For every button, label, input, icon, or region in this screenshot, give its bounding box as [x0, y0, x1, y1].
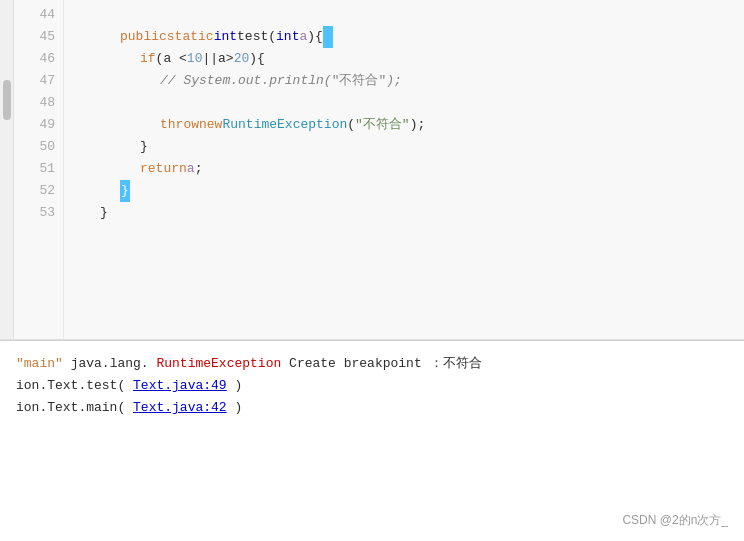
stack-line-3: ion.Text.main( Text.java:42 ) — [16, 397, 728, 419]
num-10: 10 — [187, 48, 203, 70]
line-num-50: 50 — [14, 136, 55, 158]
stack-trace-panel: "main" java.lang. RuntimeException Creat… — [0, 340, 744, 541]
line-num-52: 52 — [14, 180, 55, 202]
line-num-46: 46 — [14, 48, 55, 70]
keyword-public: public — [120, 26, 167, 48]
watermark: CSDN @2的n次方_ — [622, 512, 728, 529]
stack-text-1: java.lang. — [71, 356, 149, 371]
code-line-49: throw new RuntimeException ( "不符合" ); — [80, 114, 744, 136]
keyword-if: if — [140, 48, 156, 70]
stack-suffix-2: ) — [234, 378, 242, 393]
scrollbar-thumb[interactable] — [3, 80, 11, 120]
line-num-44: 44 — [14, 4, 55, 26]
exception-class: RuntimeException — [222, 114, 347, 136]
keyword-new: new — [199, 114, 222, 136]
stack-text-2: Create breakpoint ：不符合 — [289, 356, 481, 371]
exception-name: RuntimeException — [156, 356, 281, 371]
code-line-45: public static int test( int a ){ — [80, 26, 744, 48]
code-line-53: } — [80, 202, 744, 224]
line-num-51: 51 — [14, 158, 55, 180]
punc-exception-open: ( — [347, 114, 355, 136]
stack-line-1: "main" java.lang. RuntimeException Creat… — [16, 353, 728, 375]
line-num-47: 47 — [14, 70, 55, 92]
stack-link-3[interactable]: Text.java:42 — [133, 400, 227, 415]
punc-semicolon: ; — [195, 158, 203, 180]
code-line-52: } — [80, 180, 744, 202]
punc-if-open: (a < — [156, 48, 187, 70]
keyword-return: return — [140, 158, 187, 180]
keyword-throw: throw — [160, 114, 199, 136]
return-val: a — [187, 158, 195, 180]
comment-end: ); — [386, 70, 402, 92]
code-content: public static int test( int a ){ if (a <… — [64, 0, 744, 339]
punc-or: ||a> — [202, 48, 233, 70]
comment-line: // System.out.println( — [160, 70, 332, 92]
line-numbers: 44 45 46 47 48 49 50 51 52 53 — [14, 0, 64, 339]
keyword-int2: int — [276, 26, 299, 48]
punc-close-if: } — [140, 136, 148, 158]
line-num-45: 45 — [14, 26, 55, 48]
cursor-brace — [323, 26, 333, 48]
stack-prefix-3: ion.Text.main( — [16, 400, 125, 415]
keyword-int: int — [214, 26, 237, 48]
punc-brace-open: ){ — [307, 26, 323, 48]
stack-link-2[interactable]: Text.java:49 — [133, 378, 227, 393]
stack-suffix-3: ) — [234, 400, 242, 415]
code-line-50: } — [80, 136, 744, 158]
brace-highlighted: } — [120, 180, 130, 202]
code-line-44 — [80, 4, 744, 26]
scrollbar[interactable] — [0, 0, 14, 339]
punc-class-close: } — [100, 202, 108, 224]
line-num-48: 48 — [14, 92, 55, 114]
code-line-46: if (a < 10 ||a> 20 ){ — [80, 48, 744, 70]
punc-if-close: ){ — [249, 48, 265, 70]
stack-prefix-2: ion.Text.test( — [16, 378, 125, 393]
function-name: test( — [237, 26, 276, 48]
code-editor: 44 45 46 47 48 49 50 51 52 53 public sta… — [0, 0, 744, 340]
line-num-53: 53 — [14, 202, 55, 224]
code-line-51: return a ; — [80, 158, 744, 180]
thread-name: "main" — [16, 356, 63, 371]
line-num-49: 49 — [14, 114, 55, 136]
code-line-48 — [80, 92, 744, 114]
stack-line-2: ion.Text.test( Text.java:49 ) — [16, 375, 728, 397]
comment-str: "不符合" — [332, 70, 387, 92]
keyword-static: static — [167, 26, 214, 48]
param-a: a — [299, 26, 307, 48]
code-line-47: // System.out.println("不符合"); — [80, 70, 744, 92]
num-20: 20 — [234, 48, 250, 70]
punc-exception-close: ); — [410, 114, 426, 136]
string-literal: "不符合" — [355, 114, 410, 136]
